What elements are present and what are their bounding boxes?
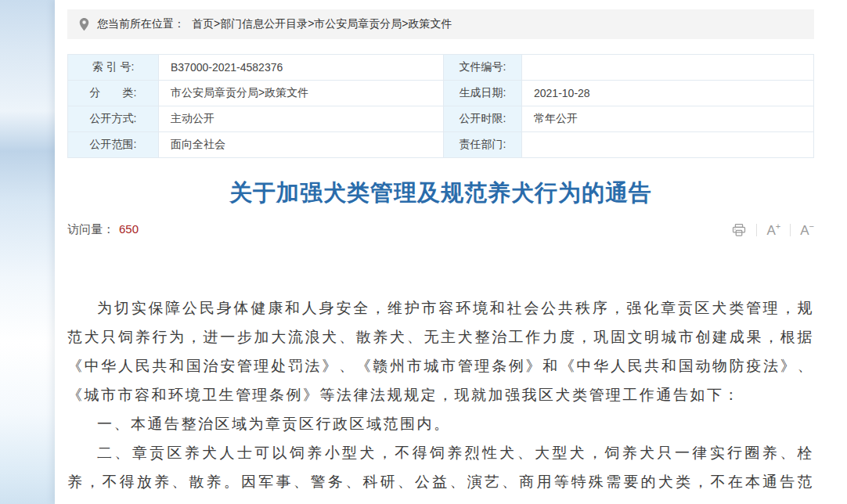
content-panel: 您当前所在位置： 首页>部门信息公开目录>市公安局章贡分局>政策文件 索 引 号… [55,0,847,504]
table-row: 索 引 号: B37000-2021-4582376 文件编号: [68,55,814,81]
open-scope-value: 面向全社会 [159,132,444,158]
toolbar-divider [790,224,791,236]
category-label: 分 类: [68,81,159,106]
open-method-value: 主动公开 [159,106,444,132]
font-decrease-button[interactable]: A− [800,221,814,239]
open-period-value: 常年公开 [522,106,814,132]
article-toolbar: A+ A− [731,221,814,239]
category-value: 市公安局章贡分局>政策文件 [159,81,444,106]
responsible-dept-label: 责任部门: [444,132,522,158]
open-scope-label: 公开范围: [68,132,159,158]
file-number-value [522,55,814,81]
visit-count: 访问量：650 [67,222,139,237]
breadcrumb: 您当前所在位置： 首页>部门信息公开目录>市公安局章贡分局>政策文件 [67,9,814,39]
table-row: 公开范围: 面向全社会 责任部门: [68,132,814,158]
article-paragraph: 为切实保障公民身体健康和人身安全，维护市容环境和社会公共秩序，强化章贡区犬类管理… [67,293,814,409]
article-meta-row: 访问量：650 A+ A− [67,221,814,239]
print-icon[interactable] [731,222,747,238]
page-title: 关于加强犬类管理及规范养犬行为的通告 [67,178,814,209]
table-row: 公开方式: 主动公开 公开时限: 常年公开 [68,106,814,132]
index-number-label: 索 引 号: [68,55,159,81]
visit-count-label: 访问量： [67,222,114,236]
article-paragraph: 二、章贡区养犬人士可以饲养小型犬，不得饲养烈性犬、大型犬，饲养犬只一律实行圈养、… [67,438,814,504]
table-row: 分 类: 市公安局章贡分局>政策文件 生成日期: 2021-10-28 [68,81,814,106]
index-number-value: B37000-2021-4582376 [159,55,444,81]
generate-date-label: 生成日期: [444,81,522,106]
article-paragraph: 一、本通告整治区域为章贡区行政区域范围内。 [67,409,814,438]
location-pin-icon [78,17,90,31]
toolbar-divider [756,224,757,236]
file-number-label: 文件编号: [444,55,522,81]
responsible-dept-value [522,132,814,158]
article-body: 为切实保障公民身体健康和人身安全，维护市容环境和社会公共秩序，强化章贡区犬类管理… [67,293,814,504]
document-info-table: 索 引 号: B37000-2021-4582376 文件编号: 分 类: 市公… [67,54,814,158]
breadcrumb-label: 您当前所在位置： [97,17,185,31]
open-period-label: 公开时限: [444,106,522,132]
font-increase-button[interactable]: A+ [766,221,780,239]
visit-count-value: 650 [119,222,139,236]
open-method-label: 公开方式: [68,106,159,132]
generate-date-value: 2021-10-28 [522,81,814,106]
breadcrumb-path[interactable]: 首页>部门信息公开目录>市公安局章贡分局>政策文件 [192,17,452,31]
